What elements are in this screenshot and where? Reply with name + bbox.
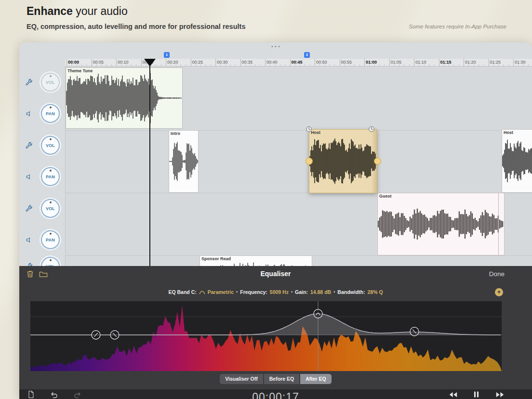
- visualiser-off-button[interactable]: Visualiser Off: [220, 374, 263, 384]
- ruler-minor-tick: [181, 64, 181, 66]
- gain-value[interactable]: 14.88 dB: [310, 289, 331, 295]
- waveform: [169, 131, 198, 192]
- marker-1[interactable]: 1: [164, 52, 170, 58]
- track-control-row: VOL: [19, 73, 65, 92]
- ruler-minor-tick: [528, 64, 529, 66]
- iap-note: Some features require In-App Purchase: [409, 24, 506, 29]
- vol-knob[interactable]: VOL: [41, 73, 60, 92]
- ruler-tick: 00:30: [215, 59, 228, 66]
- ruler-minor-tick: [111, 64, 112, 66]
- ruler-tick: 01:15: [439, 59, 452, 66]
- ruler-tick: 00:45: [290, 59, 303, 66]
- playhead[interactable]: [144, 59, 156, 66]
- eq-band-type[interactable]: Parametric: [208, 289, 234, 295]
- bandwidth-label: Bandwidth:: [337, 289, 365, 295]
- marker-2[interactable]: 2: [304, 52, 310, 58]
- vol-knob[interactable]: VOL: [41, 199, 60, 218]
- speaker-icon[interactable]: [26, 110, 33, 118]
- vol-knob[interactable]: VOL: [41, 136, 60, 155]
- ruler-tick: 01:30: [513, 59, 526, 66]
- done-button[interactable]: Done: [489, 270, 505, 278]
- pan-knob[interactable]: PAN: [41, 230, 60, 249]
- clip-host[interactable]: Host: [309, 129, 377, 193]
- ruler-minor-tick: [453, 64, 454, 66]
- ruler-minor-tick: [429, 64, 429, 66]
- speaker-icon[interactable]: [26, 173, 33, 181]
- fade-out-icon[interactable]: [369, 126, 374, 132]
- ruler-minor-tick: [280, 64, 280, 66]
- ruler-tick: 00:55: [340, 59, 352, 66]
- wrench-icon[interactable]: [26, 205, 33, 213]
- after-eq-button[interactable]: After EQ: [300, 374, 332, 384]
- clip-guest[interactable]: Guest: [377, 193, 505, 255]
- ruler-minor-tick: [384, 64, 385, 66]
- ruler-minor-tick: [310, 64, 310, 66]
- wrench-icon[interactable]: [26, 142, 33, 149]
- ruler-minor-tick: [186, 64, 186, 66]
- clip-label: Host: [504, 130, 513, 135]
- page-title: Enhance your audio: [27, 5, 128, 18]
- app-window: 00:0000:0500:1000:1500:2000:2500:3000:35…: [19, 42, 532, 399]
- track-control-row: PAN: [19, 104, 65, 123]
- ruler-minor-tick: [205, 64, 206, 66]
- ruler-minor-tick: [86, 64, 87, 66]
- ruler-minor-tick: [230, 64, 231, 66]
- eq-handle-band-d[interactable]: [410, 327, 419, 336]
- ruler-minor-tick: [235, 64, 236, 66]
- track-control-row: PAN: [19, 167, 65, 186]
- clip-trim-handle-left[interactable]: [306, 158, 313, 165]
- bandwidth-value[interactable]: 28% Q: [367, 289, 383, 295]
- ruler-minor-tick: [503, 64, 504, 66]
- ruler-minor-tick: [106, 64, 106, 66]
- ruler-minor-tick: [508, 64, 509, 66]
- clip-host-2[interactable]: Host: [502, 129, 532, 193]
- eq-handle-band-c[interactable]: [314, 309, 322, 318]
- frequency-value[interactable]: 5009 Hz: [270, 289, 289, 295]
- clip-split: [498, 193, 499, 255]
- ruler-minor-tick: [81, 64, 82, 66]
- pan-knob[interactable]: PAN: [41, 167, 60, 186]
- clip-intro[interactable]: Intro: [169, 130, 199, 193]
- eq-display[interactable]: [30, 301, 502, 371]
- ruler-minor-tick: [260, 64, 261, 66]
- clip-label: Intro: [171, 131, 180, 136]
- speaker-icon[interactable]: [26, 237, 33, 244]
- clip-theme-tune[interactable]: Theme Tune: [66, 67, 183, 129]
- ruler-minor-tick: [434, 64, 434, 66]
- ruler-tick: 01:10: [414, 59, 426, 66]
- add-band-button[interactable]: +: [495, 288, 503, 296]
- ruler-minor-tick: [354, 64, 355, 66]
- gain-label: Gain:: [295, 289, 308, 295]
- fade-in-icon[interactable]: [306, 126, 312, 132]
- clip-trim-handle-right[interactable]: [374, 158, 381, 165]
- clip-label: Theme Tune: [67, 68, 93, 73]
- separator-dot: •: [236, 290, 238, 294]
- ruler-minor-tick: [409, 64, 410, 66]
- grab-handle-icon[interactable]: [272, 46, 280, 47]
- waveform: [378, 193, 504, 255]
- ruler-tick: 01:05: [389, 59, 402, 66]
- pause-icon[interactable]: [474, 391, 479, 398]
- ruler-tick: 00:20: [166, 59, 178, 66]
- rewind-icon[interactable]: [449, 392, 458, 398]
- eq-band-label: EQ Band C:: [168, 289, 196, 295]
- timeline-ruler[interactable]: 00:0000:0500:1000:1500:2000:2500:3000:35…: [65, 59, 532, 66]
- pan-knob[interactable]: PAN: [41, 104, 60, 123]
- ruler-minor-tick: [459, 64, 459, 66]
- eq-handle-band-b[interactable]: [110, 331, 119, 339]
- wrench-icon[interactable]: [26, 79, 33, 86]
- ruler-minor-tick: [379, 64, 380, 66]
- separator-dot: •: [333, 290, 335, 294]
- ruler-tick: 00:35: [240, 59, 253, 66]
- ruler-tick: 00:50: [315, 59, 327, 66]
- parametric-curve-icon: [199, 290, 205, 294]
- eq-handle-band-a[interactable]: [92, 331, 100, 339]
- waveform: [66, 68, 182, 128]
- ruler-tick: 00:05: [92, 59, 104, 66]
- clip-label: Sponsor Read: [201, 256, 231, 261]
- clip-label: Host: [311, 130, 320, 135]
- ruler-tick: 01:25: [489, 59, 501, 66]
- fast-forward-icon[interactable]: [495, 392, 505, 398]
- ruler-minor-tick: [285, 64, 285, 66]
- before-eq-button[interactable]: Before EQ: [264, 374, 299, 384]
